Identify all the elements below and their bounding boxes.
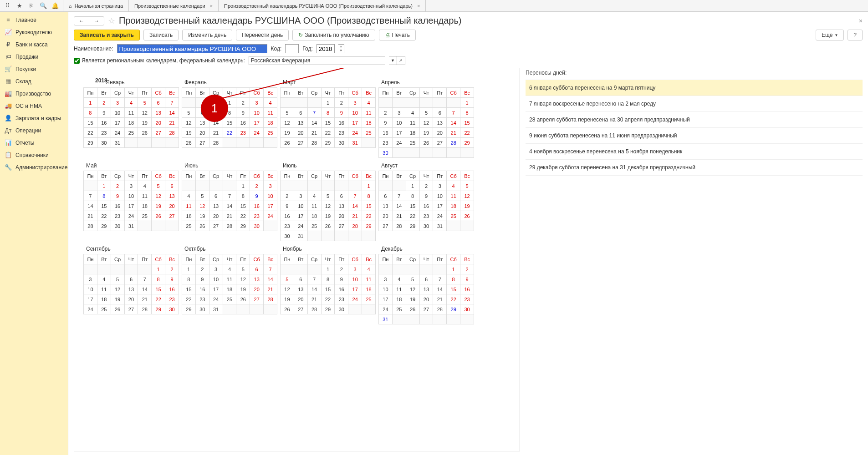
calendar-day[interactable]: 12 xyxy=(281,284,294,294)
calendar-day[interactable]: 11 xyxy=(182,201,196,211)
calendar-day[interactable]: 20 xyxy=(250,284,264,294)
more-button[interactable]: Еще ▼ xyxy=(816,30,844,40)
calendar-day[interactable]: 29 xyxy=(447,304,460,314)
calendar-day[interactable]: 1 xyxy=(321,98,335,108)
calendar-day[interactable]: 4 xyxy=(392,274,406,284)
close-icon[interactable]: × xyxy=(417,3,420,9)
calendar-day[interactable]: 11 xyxy=(392,284,406,294)
calendar-day[interactable]: 29 xyxy=(152,304,165,314)
calendar-day[interactable]: 18 xyxy=(392,294,406,304)
calendar-day[interactable]: 7 xyxy=(307,274,321,284)
calendar-day[interactable]: 7 xyxy=(84,191,97,201)
calendar-day[interactable]: 25 xyxy=(362,128,376,138)
calendar-day[interactable]: 28 xyxy=(348,221,362,231)
calendar-day[interactable]: 9 xyxy=(335,274,348,284)
calendar-day[interactable]: 9 xyxy=(281,201,294,211)
calendar-day[interactable]: 11 xyxy=(264,108,277,118)
calendar-day[interactable]: 10 xyxy=(294,201,307,211)
calendar-day[interactable]: 2 xyxy=(281,191,294,201)
calendar-day[interactable]: 25 xyxy=(307,221,321,231)
calendar-day[interactable]: 20 xyxy=(335,211,348,221)
calendar-day[interactable]: 11 xyxy=(97,284,111,294)
calendar-day[interactable]: 1 xyxy=(321,264,335,274)
calendar-day[interactable]: 29 xyxy=(460,138,474,148)
calendar-day[interactable]: 19 xyxy=(111,294,124,304)
calendar-day[interactable]: 31 xyxy=(124,221,138,231)
calendar-day[interactable]: 5 xyxy=(321,191,335,201)
calendar-day[interactable]: 10 xyxy=(209,274,223,284)
calendar-day[interactable]: 4 xyxy=(362,264,376,274)
sidebar-item-9[interactable]: ДтОперации xyxy=(0,124,68,136)
calendar-day[interactable]: 17 xyxy=(294,211,307,221)
calendar-day[interactable]: 21 xyxy=(307,128,321,138)
calendar-day[interactable]: 10 xyxy=(250,108,264,118)
calendar-day[interactable]: 27 xyxy=(294,304,307,314)
calendar-day[interactable]: 19 xyxy=(152,201,165,211)
calendar-day[interactable]: 15 xyxy=(152,284,165,294)
calendar-day[interactable]: 24 xyxy=(392,138,406,148)
calendar-day[interactable]: 28 xyxy=(223,221,236,231)
calendar-day[interactable]: 16 xyxy=(195,284,209,294)
calendar-day[interactable]: 2 xyxy=(250,181,264,191)
calendar-day[interactable]: 1 xyxy=(362,181,376,191)
calendar-day[interactable]: 16 xyxy=(250,201,264,211)
calendar-day[interactable]: 2 xyxy=(97,98,111,108)
calendar-day[interactable]: 26 xyxy=(236,294,250,304)
calendar-day[interactable]: 24 xyxy=(84,304,97,314)
calendar-day[interactable]: 8 xyxy=(321,274,335,284)
calendar-day[interactable]: 13 xyxy=(335,201,348,211)
calendar-day[interactable]: 14 xyxy=(223,201,236,211)
sidebar-item-8[interactable]: 👤Зарплата и кадры xyxy=(0,112,68,124)
calendar-day[interactable]: 23 xyxy=(97,128,111,138)
calendar-day[interactable]: 8 xyxy=(362,191,376,201)
calendar-day[interactable]: 30 xyxy=(281,231,294,241)
calendar-day[interactable]: 24 xyxy=(124,211,138,221)
save-close-button[interactable]: Записать и закрыть xyxy=(74,30,140,40)
calendar-day[interactable]: 10 xyxy=(84,284,97,294)
calendar-day[interactable]: 24 xyxy=(433,211,447,221)
calendar-day[interactable]: 2 xyxy=(335,98,348,108)
calendar-day[interactable]: 21 xyxy=(307,294,321,304)
calendar-day[interactable]: 1 xyxy=(447,264,460,274)
calendar-day[interactable]: 2 xyxy=(111,181,124,191)
calendar-day[interactable]: 5 xyxy=(281,274,294,284)
calendar-day[interactable]: 13 xyxy=(250,274,264,284)
calendar-day[interactable]: 25 xyxy=(362,294,376,304)
calendar-day[interactable]: 17 xyxy=(348,118,362,128)
calendar-day[interactable]: 19 xyxy=(419,128,433,138)
calendar-day[interactable]: 27 xyxy=(250,294,264,304)
calendar-day[interactable]: 3 xyxy=(392,108,406,118)
calendar-day[interactable]: 2 xyxy=(195,264,209,274)
calendar-day[interactable]: 24 xyxy=(264,211,277,221)
calendar-day[interactable]: 22 xyxy=(223,128,236,138)
sidebar-item-2[interactable]: ₽Банк и касса xyxy=(0,38,68,51)
calendar-day[interactable]: 27 xyxy=(294,138,307,148)
calendar-day[interactable]: 19 xyxy=(182,128,196,138)
sidebar-item-5[interactable]: ▦Склад xyxy=(0,75,68,87)
sidebar-item-6[interactable]: 🏭Производство xyxy=(0,87,68,100)
calendar-day[interactable]: 3 xyxy=(348,264,362,274)
calendar-day[interactable]: 9 xyxy=(111,191,124,201)
forward-button[interactable]: → xyxy=(89,17,104,25)
transfer-item[interactable]: 28 апреля суббота перенесена на 30 апрел… xyxy=(526,112,863,128)
calendar-day[interactable]: 26 xyxy=(321,221,335,231)
calendar-day[interactable]: 22 xyxy=(182,294,196,304)
calendar-day[interactable]: 2 xyxy=(335,264,348,274)
calendar-day[interactable]: 15 xyxy=(362,201,376,211)
calendar-day[interactable]: 10 xyxy=(348,274,362,284)
transfer-item[interactable]: 4 ноября воскресенье перенесена на 5 ноя… xyxy=(526,144,863,160)
calendar-day[interactable]: 23 xyxy=(460,294,474,304)
tab-calendars[interactable]: Производственные календари × xyxy=(129,0,219,11)
save-button[interactable]: Записать xyxy=(143,30,179,40)
calendar-day[interactable]: 28 xyxy=(84,221,97,231)
calendar-day[interactable]: 24 xyxy=(348,294,362,304)
calendar-day[interactable]: 9 xyxy=(165,274,179,284)
calendar-day[interactable]: 15 xyxy=(223,118,236,128)
calendar-day[interactable]: 9 xyxy=(195,274,209,284)
sidebar-item-11[interactable]: 📋Справочники xyxy=(0,149,68,161)
calendar-day[interactable]: 13 xyxy=(433,118,447,128)
calendar-day[interactable]: 5 xyxy=(281,108,294,118)
calendar-day[interactable]: 21 xyxy=(264,284,277,294)
calendar-day[interactable]: 9 xyxy=(419,191,433,201)
calendar-day[interactable]: 25 xyxy=(392,304,406,314)
